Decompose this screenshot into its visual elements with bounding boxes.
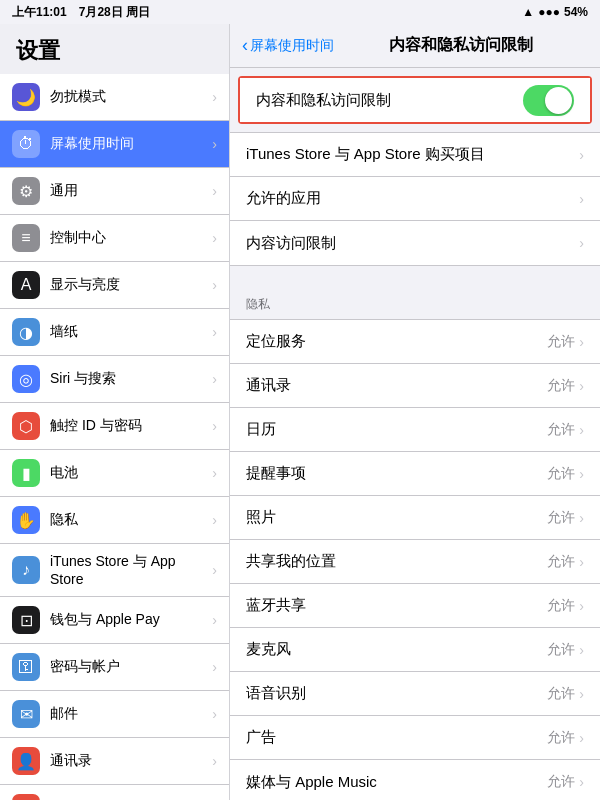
privacy-item-label-5: 共享我的位置 — [246, 552, 547, 571]
sidebar-item-label-wallpaper: 墙纸 — [50, 323, 212, 341]
privacy-item-4[interactable]: 照片允许› — [230, 496, 600, 540]
status-date: 7月28日 周日 — [79, 4, 150, 21]
sidebar-item-do-not-disturb[interactable]: 🌙勿扰模式› — [0, 74, 229, 121]
chevron-icon-password: › — [212, 659, 217, 675]
sidebar-item-control-center[interactable]: ≡控制中心› — [0, 215, 229, 262]
privacy-item-value-2: 允许 — [547, 421, 575, 439]
nav-back-button[interactable]: ‹ 屏幕使用时间 — [242, 35, 334, 56]
privacy-chevron-5: › — [579, 554, 584, 570]
purchases-item-label-1: 允许的应用 — [246, 189, 579, 208]
purchases-item-label-0: iTunes Store 与 App Store 购买项目 — [246, 145, 579, 164]
privacy-item-value-5: 允许 — [547, 553, 575, 571]
privacy-item-6[interactable]: 蓝牙共享允许› — [230, 584, 600, 628]
sidebar-item-label-do-not-disturb: 勿扰模式 — [50, 88, 212, 106]
sidebar-item-display[interactable]: A显示与亮度› — [0, 262, 229, 309]
sidebar-item-label-control-center: 控制中心 — [50, 229, 212, 247]
display-icon: A — [12, 271, 40, 299]
privacy-item-label-6: 蓝牙共享 — [246, 596, 547, 615]
wallet-icon: ⊡ — [12, 606, 40, 634]
purchases-item-0[interactable]: iTunes Store 与 App Store 购买项目› — [230, 133, 600, 177]
chevron-icon-battery: › — [212, 465, 217, 481]
sidebar-item-wallpaper[interactable]: ◑墙纸› — [0, 309, 229, 356]
wifi-icon: ▲ — [522, 5, 534, 19]
privacy-item-0[interactable]: 定位服务允许› — [230, 320, 600, 364]
sidebar-item-privacy[interactable]: ✋隐私› — [0, 497, 229, 544]
right-panel[interactable]: ‹ 屏幕使用时间 内容和隐私访问限制 内容和隐私访问限制 iTunes Stor… — [230, 24, 600, 800]
privacy-item-label-0: 定位服务 — [246, 332, 547, 351]
chevron-icon-do-not-disturb: › — [212, 89, 217, 105]
purchases-item-1[interactable]: 允许的应用› — [230, 177, 600, 221]
privacy-item-label-8: 语音识别 — [246, 684, 547, 703]
privacy-item-label-10: 媒体与 Apple Music — [246, 773, 547, 792]
sidebar-item-general[interactable]: ⚙通用› — [0, 168, 229, 215]
sidebar-item-wallet[interactable]: ⊡钱包与 Apple Pay› — [0, 597, 229, 644]
privacy-item-9[interactable]: 广告允许› — [230, 716, 600, 760]
privacy-chevron-2: › — [579, 422, 584, 438]
privacy-chevron-3: › — [579, 466, 584, 482]
purchases-chevron-1: › — [579, 191, 584, 207]
privacy-item-label-7: 麦克风 — [246, 640, 547, 659]
privacy-chevron-0: › — [579, 334, 584, 350]
chevron-icon-itunes: › — [212, 562, 217, 578]
sidebar-item-contacts[interactable]: 👤通讯录› — [0, 738, 229, 785]
privacy-item-label-2: 日历 — [246, 420, 547, 439]
sidebar-item-label-display: 显示与亮度 — [50, 276, 212, 294]
siri-icon: ◎ — [12, 365, 40, 393]
content-restriction-toggle[interactable] — [523, 85, 574, 116]
contacts-icon: 👤 — [12, 747, 40, 775]
privacy-item-2[interactable]: 日历允许› — [230, 408, 600, 452]
privacy-item-value-8: 允许 — [547, 685, 575, 703]
nav-title: 内容和隐私访问限制 — [334, 35, 588, 56]
chevron-icon-mail: › — [212, 706, 217, 722]
privacy-item-7[interactable]: 麦克风允许› — [230, 628, 600, 672]
privacy-item-label-9: 广告 — [246, 728, 547, 747]
content-restriction-toggle-row[interactable]: 内容和隐私访问限制 — [240, 78, 590, 122]
privacy-item-3[interactable]: 提醒事项允许› — [230, 452, 600, 496]
itunes-icon: ♪ — [12, 556, 40, 584]
nav-bar: ‹ 屏幕使用时间 内容和隐私访问限制 — [230, 24, 600, 68]
privacy-chevron-7: › — [579, 642, 584, 658]
status-bar: 上午11:01 7月28日 周日 ▲ ●●● 54% — [0, 0, 600, 24]
purchases-item-2[interactable]: 内容访问限制› — [230, 221, 600, 265]
toggle-knob — [545, 87, 572, 114]
sidebar: 设置 🌙勿扰模式›⏱屏幕使用时间›⚙通用›≡控制中心›A显示与亮度›◑墙纸›◎S… — [0, 24, 230, 800]
privacy-chevron-8: › — [579, 686, 584, 702]
chevron-icon-contacts: › — [212, 753, 217, 769]
signal-icon: ●●● — [538, 5, 560, 19]
control-center-icon: ≡ — [12, 224, 40, 252]
privacy-section-header: 隐私 — [230, 282, 600, 319]
privacy-item-10[interactable]: 媒体与 Apple Music允许› — [230, 760, 600, 800]
privacy-item-5[interactable]: 共享我的位置允许› — [230, 540, 600, 584]
privacy-item-value-4: 允许 — [547, 509, 575, 527]
screen-time-icon: ⏱ — [12, 130, 40, 158]
sidebar-item-calendar[interactable]: 📅日历› — [0, 785, 229, 800]
privacy-item-value-3: 允许 — [547, 465, 575, 483]
chevron-icon-wallpaper: › — [212, 324, 217, 340]
sidebar-item-screen-time[interactable]: ⏱屏幕使用时间› — [0, 121, 229, 168]
purchases-chevron-2: › — [579, 235, 584, 251]
chevron-icon-general: › — [212, 183, 217, 199]
sidebar-items-container: 🌙勿扰模式›⏱屏幕使用时间›⚙通用›≡控制中心›A显示与亮度›◑墙纸›◎Siri… — [0, 74, 229, 800]
privacy-chevron-1: › — [579, 378, 584, 394]
privacy-chevron-9: › — [579, 730, 584, 746]
main-container: 设置 🌙勿扰模式›⏱屏幕使用时间›⚙通用›≡控制中心›A显示与亮度›◑墙纸›◎S… — [0, 24, 600, 800]
nav-back-arrow-icon: ‹ — [242, 35, 248, 56]
sidebar-item-siri[interactable]: ◎Siri 与搜索› — [0, 356, 229, 403]
privacy-item-8[interactable]: 语音识别允许› — [230, 672, 600, 716]
privacy-list-group: 定位服务允许›通讯录允许›日历允许›提醒事项允许›照片允许›共享我的位置允许›蓝… — [230, 319, 600, 800]
privacy-item-value-7: 允许 — [547, 641, 575, 659]
sidebar-item-label-contacts: 通讯录 — [50, 752, 212, 770]
sidebar-item-label-itunes: iTunes Store 与 App Store — [50, 553, 212, 587]
status-bar-right: ▲ ●●● 54% — [522, 5, 588, 19]
sidebar-item-label-general: 通用 — [50, 182, 212, 200]
sidebar-item-itunes[interactable]: ♪iTunes Store 与 App Store› — [0, 544, 229, 597]
privacy-chevron-4: › — [579, 510, 584, 526]
general-icon: ⚙ — [12, 177, 40, 205]
privacy-item-value-9: 允许 — [547, 729, 575, 747]
sidebar-item-mail[interactable]: ✉邮件› — [0, 691, 229, 738]
sidebar-item-password[interactable]: ⚿密码与帐户› — [0, 644, 229, 691]
sidebar-item-touch-id[interactable]: ⬡触控 ID 与密码› — [0, 403, 229, 450]
sidebar-item-battery[interactable]: ▮电池› — [0, 450, 229, 497]
privacy-item-1[interactable]: 通讯录允许› — [230, 364, 600, 408]
wallpaper-icon: ◑ — [12, 318, 40, 346]
